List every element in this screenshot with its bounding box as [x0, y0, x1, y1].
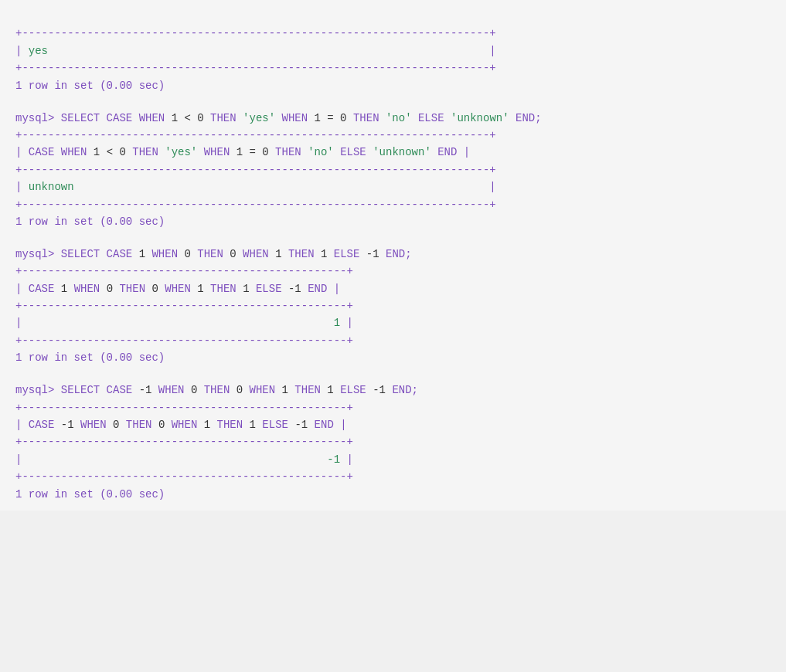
data-line: | 1 |: [15, 314, 771, 331]
border-line: +---------------------------------------…: [15, 399, 771, 416]
query-line: mysql> SELECT CASE WHEN 1 < 0 THEN 'yes'…: [15, 110, 771, 127]
rowinfo-line: 1 row in set (0.00 sec): [15, 349, 771, 366]
terminal-block: mysql> SELECT CASE -1 WHEN 0 THEN 0 WHEN…: [15, 367, 771, 503]
border-line: +---------------------------------------…: [15, 263, 771, 280]
data-line: | unknown |: [15, 178, 771, 195]
border-line: +---------------------------------------…: [15, 196, 771, 213]
border-line: +---------------------------------------…: [15, 433, 771, 450]
header-line: | CASE -1 WHEN 0 THEN 0 WHEN 1 THEN 1 EL…: [15, 416, 771, 433]
border-line: +---------------------------------------…: [15, 332, 771, 349]
terminal-output: +---------------------------------------…: [0, 0, 786, 511]
rowinfo-line: 1 row in set (0.00 sec): [15, 213, 771, 230]
border-line: +---------------------------------------…: [15, 127, 771, 144]
terminal-block: +---------------------------------------…: [15, 25, 771, 94]
terminal-line: [15, 94, 771, 110]
border-line: +---------------------------------------…: [15, 161, 771, 178]
data-line: | -1 |: [15, 451, 771, 468]
border-line: +---------------------------------------…: [15, 468, 771, 485]
terminal-line: [15, 367, 771, 382]
query-line: mysql> SELECT CASE -1 WHEN 0 THEN 0 WHEN…: [15, 382, 771, 399]
border-line: +---------------------------------------…: [15, 25, 771, 42]
border-line: +---------------------------------------…: [15, 59, 771, 76]
data-line: | yes |: [15, 42, 771, 59]
header-line: | CASE WHEN 1 < 0 THEN 'yes' WHEN 1 = 0 …: [15, 144, 771, 161]
terminal-block: mysql> SELECT CASE WHEN 1 < 0 THEN 'yes'…: [15, 94, 771, 230]
query-line: mysql> SELECT CASE 1 WHEN 0 THEN 0 WHEN …: [15, 246, 771, 263]
header-line: | CASE 1 WHEN 0 THEN 0 WHEN 1 THEN 1 ELS…: [15, 280, 771, 297]
terminal-line: [15, 230, 771, 246]
rowinfo-line: 1 row in set (0.00 sec): [15, 486, 771, 503]
rowinfo-line: 1 row in set (0.00 sec): [15, 77, 771, 94]
terminal-block: mysql> SELECT CASE 1 WHEN 0 THEN 0 WHEN …: [15, 230, 771, 366]
border-line: +---------------------------------------…: [15, 297, 771, 314]
